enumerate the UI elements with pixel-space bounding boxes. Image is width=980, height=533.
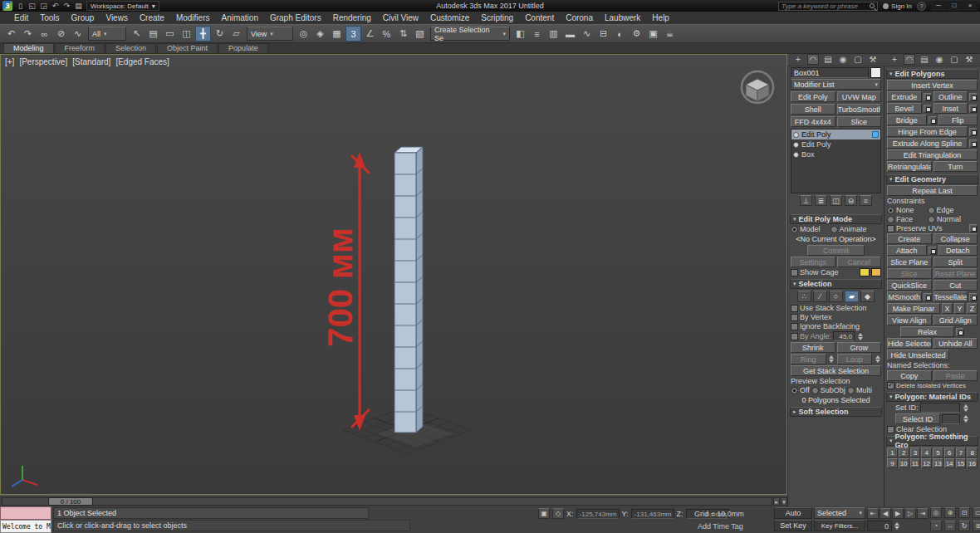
- set-id-field[interactable]: [920, 403, 960, 413]
- modifier-set-button[interactable]: TurboSmooth: [837, 104, 882, 115]
- play-icon[interactable]: ▶: [892, 508, 904, 519]
- vertex-subobject-icon[interactable]: ∴: [797, 291, 811, 302]
- shrink-button[interactable]: Shrink: [791, 342, 835, 353]
- redo-icon[interactable]: ↷: [61, 1, 72, 11]
- use-pivot-point-icon[interactable]: ◎: [296, 26, 311, 42]
- layer-manager-icon[interactable]: ▥: [546, 26, 561, 42]
- border-subobject-icon[interactable]: ○: [829, 291, 843, 302]
- inset-settings-button[interactable]: [969, 105, 978, 113]
- smoothing-group-button[interactable]: 8: [967, 447, 978, 457]
- modifier-enable-icon[interactable]: [793, 132, 799, 138]
- spinner-snap-icon[interactable]: ⇅: [395, 26, 411, 42]
- curve-editor-icon[interactable]: ∿: [579, 26, 595, 42]
- planar-x-button[interactable]: X: [942, 303, 953, 314]
- minimize-button[interactable]: ─: [931, 1, 946, 11]
- grow-button[interactable]: Grow: [837, 342, 882, 353]
- repeat-last-button[interactable]: Repeat Last: [887, 185, 978, 196]
- max-logo-icon[interactable]: 3: [2, 1, 12, 11]
- modify-tab-icon[interactable]: ◠: [904, 54, 915, 65]
- detach-button[interactable]: Detach: [938, 245, 978, 256]
- close-button[interactable]: ×: [963, 1, 978, 11]
- menu-item[interactable]: Edit: [8, 12, 34, 24]
- go-to-start-icon[interactable]: ⇤: [867, 508, 879, 519]
- preview-off-radio[interactable]: [791, 387, 798, 394]
- menu-item[interactable]: Create: [134, 12, 170, 24]
- modify-tab-icon[interactable]: ◠: [807, 54, 819, 65]
- reset-plane-button[interactable]: Reset Plane: [933, 268, 978, 279]
- macro-recorder-field[interactable]: [0, 506, 51, 520]
- constraint-normal-radio[interactable]: [928, 216, 935, 223]
- fov-icon[interactable]: ◔: [930, 521, 942, 531]
- utilities-tab-icon[interactable]: ⚒: [867, 54, 879, 65]
- hinge-from-edge-settings-button[interactable]: [969, 128, 978, 136]
- timeline-end-arrow[interactable]: ▾: [781, 497, 787, 506]
- rollout-material-ids[interactable]: ▾ Polygon: Material IDs: [886, 392, 978, 402]
- search-icon[interactable]: [870, 3, 875, 8]
- new-file-icon[interactable]: ▯: [15, 1, 26, 11]
- next-frame-arrow[interactable]: ▸: [773, 497, 780, 506]
- viewport[interactable]: [+][Perspective][Standard][Edged Faces]: [0, 54, 787, 495]
- select-id-spinner[interactable]: [962, 415, 969, 423]
- modifier-stack-row[interactable]: Box: [791, 149, 880, 159]
- show-cage-checkbox[interactable]: [791, 269, 798, 276]
- modifier-set-button[interactable]: Edit Poly: [791, 91, 835, 102]
- object-name-field[interactable]: Box001: [791, 67, 869, 78]
- keyboard-shortcut-override-icon[interactable]: ▦: [329, 26, 345, 42]
- select-object-icon[interactable]: ↖: [129, 26, 145, 42]
- hierarchy-tab-icon[interactable]: ▤: [822, 54, 834, 65]
- cage-selected-color-swatch[interactable]: [871, 268, 881, 276]
- ring-button[interactable]: Ring: [791, 354, 826, 364]
- create-tab-icon[interactable]: +: [792, 54, 804, 65]
- select-and-scale-icon[interactable]: ▱: [228, 26, 244, 42]
- msmooth-button[interactable]: MSmooth: [887, 291, 922, 302]
- ignore-backfacing-checkbox[interactable]: [791, 323, 798, 330]
- smoothing-group-button[interactable]: 1: [887, 447, 898, 457]
- msmooth-settings-button[interactable]: [924, 293, 932, 301]
- open-file-icon[interactable]: ◱: [27, 1, 37, 11]
- tab-freeform[interactable]: Freeform: [55, 43, 105, 53]
- model-radio[interactable]: [791, 226, 798, 233]
- outline-button[interactable]: Outline: [933, 91, 968, 102]
- viewcube[interactable]: [742, 71, 773, 103]
- zoom-icon[interactable]: ◎: [930, 507, 942, 518]
- key-mode-dropdown[interactable]: Selected ▾: [814, 507, 865, 519]
- smoothing-group-button[interactable]: 6: [944, 447, 955, 457]
- view-align-button[interactable]: View Align: [887, 315, 932, 325]
- go-to-end-icon[interactable]: ⇥: [917, 508, 929, 519]
- bridge-settings-button[interactable]: [929, 116, 937, 125]
- menu-item[interactable]: Content: [519, 12, 560, 24]
- edit-triangulation-button[interactable]: Edit Triangulation: [887, 149, 978, 160]
- named-selection-set-dropdown[interactable]: Create Selection Se ▾: [430, 27, 510, 41]
- settings-button[interactable]: Settings: [791, 257, 835, 267]
- next-frame-icon[interactable]: ▷: [904, 508, 916, 519]
- save-file-icon[interactable]: ◲: [38, 1, 49, 11]
- select-and-link-icon[interactable]: ∞: [37, 26, 52, 42]
- snaps-toggle-icon[interactable]: 3: [345, 26, 361, 42]
- bridge-button[interactable]: Bridge: [887, 115, 927, 125]
- select-id-field[interactable]: [942, 414, 960, 424]
- modifier-set-button[interactable]: UVW Map: [837, 91, 882, 102]
- motion-tab-icon[interactable]: ◉: [933, 54, 945, 65]
- make-planar-button[interactable]: Make Planar: [887, 303, 940, 314]
- redo-icon[interactable]: ↷: [20, 26, 36, 42]
- motion-tab-icon[interactable]: ◉: [837, 54, 849, 65]
- rollout-edit-poly-mode[interactable]: ▾ Edit Poly Mode: [790, 214, 882, 224]
- display-tab-icon[interactable]: ▢: [948, 54, 960, 65]
- pin-stack-icon[interactable]: ⊥: [800, 195, 812, 206]
- edge-subobject-icon[interactable]: ∕: [813, 291, 827, 302]
- menu-item[interactable]: Views: [100, 12, 134, 24]
- x-coordinate-field[interactable]: -125,743mm: [576, 509, 620, 519]
- by-angle-field[interactable]: 45,0: [833, 331, 855, 341]
- hinge-from-edge-button[interactable]: Hinge From Edge: [887, 126, 968, 137]
- menu-item[interactable]: Corona: [560, 12, 599, 24]
- object-color-swatch[interactable]: [870, 67, 881, 78]
- align-icon[interactable]: ≡: [529, 26, 545, 42]
- tessellate-button[interactable]: Tessellate: [933, 291, 968, 302]
- by-vertex-checkbox[interactable]: [791, 314, 798, 321]
- current-frame-spinner[interactable]: [893, 522, 900, 530]
- y-coordinate-field[interactable]: -131,463mm: [631, 509, 674, 519]
- slice-plane-button[interactable]: Slice Plane: [887, 257, 932, 267]
- maxscript-mini-listener[interactable]: Welcome to M: [0, 520, 51, 533]
- menu-item[interactable]: Modifiers: [170, 12, 216, 24]
- constraint-none-radio[interactable]: [887, 207, 894, 214]
